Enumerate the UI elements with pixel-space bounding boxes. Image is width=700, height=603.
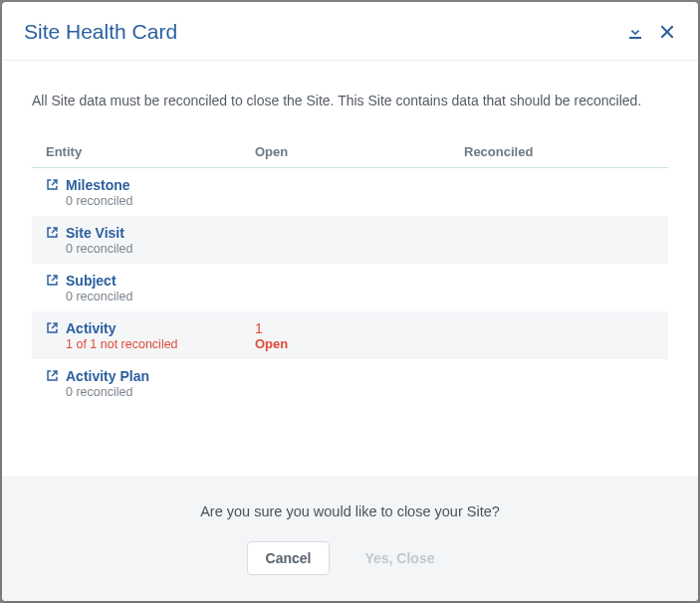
reconciled-cell (464, 273, 654, 303)
intro-text: All Site data must be reconciled to clos… (32, 93, 668, 108)
entity-subtext: 0 reconciled (66, 385, 255, 399)
entity-name: Site Visit (66, 225, 124, 241)
entity-cell: Activity1 of 1 not reconciled (46, 320, 255, 351)
reconciled-cell (464, 225, 654, 256)
entity-link[interactable]: Activity Plan (46, 368, 255, 384)
open-cell: 1Open (255, 320, 464, 351)
table-row: Milestone0 reconciled (32, 168, 668, 216)
entity-subtext: 0 reconciled (66, 290, 255, 303)
yes-close-button[interactable]: Yes, Close (346, 541, 453, 575)
entity-name: Subject (66, 273, 117, 289)
open-label: Open (255, 336, 464, 351)
reconciled-cell (464, 368, 654, 399)
table-row: Activity1 of 1 not reconciled1Open (32, 311, 668, 359)
site-health-modal: Site Health Card All Site data must be r… (2, 2, 698, 601)
entity-name: Activity (66, 320, 117, 336)
open-cell (255, 225, 464, 256)
reconciled-cell (464, 320, 654, 351)
external-link-icon (46, 321, 60, 335)
col-header-reconciled: Reconciled (464, 144, 654, 159)
table-row: Subject0 reconciled (32, 264, 668, 311)
entity-cell: Subject0 reconciled (46, 273, 255, 303)
entity-link[interactable]: Subject (46, 273, 255, 289)
external-link-icon (46, 178, 60, 192)
table-body: Milestone0 reconciledSite Visit0 reconci… (32, 168, 668, 407)
col-header-open: Open (255, 144, 464, 159)
cancel-button[interactable]: Cancel (247, 541, 331, 575)
close-icon[interactable] (658, 23, 676, 41)
external-link-icon (46, 369, 60, 383)
modal-title: Site Health Card (24, 20, 177, 44)
table-row: Site Visit0 reconciled (32, 216, 668, 264)
col-header-entity: Entity (46, 144, 255, 159)
open-count: 1 (255, 320, 464, 336)
open-cell (255, 177, 464, 208)
reconciled-cell (464, 177, 654, 208)
modal-header: Site Health Card (2, 2, 698, 61)
entity-subtext: 1 of 1 not reconciled (66, 337, 255, 351)
entity-subtext: 0 reconciled (66, 194, 255, 208)
external-link-icon (46, 226, 60, 240)
header-actions (626, 23, 676, 41)
entity-subtext: 0 reconciled (66, 242, 255, 256)
entity-link[interactable]: Milestone (46, 177, 255, 193)
table-header: Entity Open Reconciled (32, 136, 668, 168)
modal-body: All Site data must be reconciled to clos… (2, 61, 698, 476)
modal-footer: Are you sure you would like to close you… (2, 476, 698, 601)
download-icon[interactable] (626, 23, 644, 41)
open-cell (255, 368, 464, 399)
entity-cell: Milestone0 reconciled (46, 177, 255, 208)
confirm-text: Are you sure you would like to close you… (22, 503, 678, 519)
open-cell (255, 273, 464, 303)
entity-cell: Activity Plan0 reconciled (46, 368, 255, 399)
entity-cell: Site Visit0 reconciled (46, 225, 255, 256)
table-row: Activity Plan0 reconciled (32, 359, 668, 407)
entity-link[interactable]: Activity (46, 320, 255, 336)
entity-link[interactable]: Site Visit (46, 225, 255, 241)
entity-name: Activity Plan (66, 368, 149, 384)
button-row: Cancel Yes, Close (22, 541, 678, 575)
external-link-icon (46, 274, 60, 288)
entity-name: Milestone (66, 177, 130, 193)
